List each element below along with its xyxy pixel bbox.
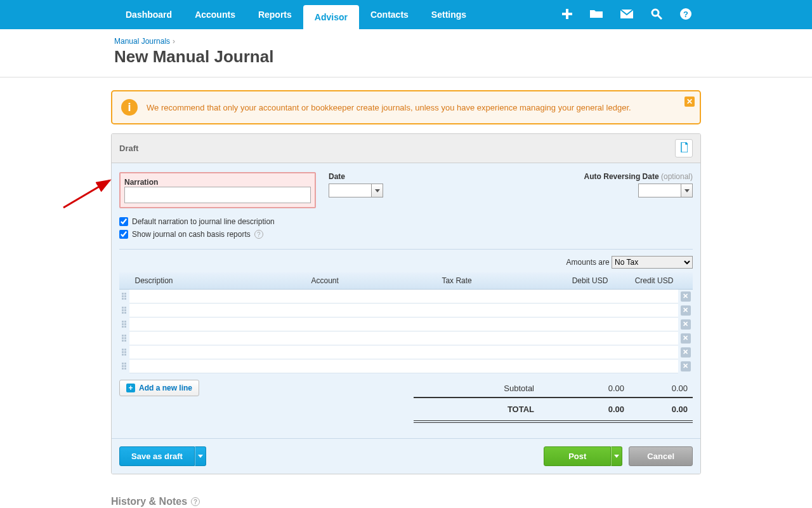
info-alert: i We recommend that only your accountant… — [111, 90, 701, 124]
nav-accounts[interactable]: Accounts — [183, 0, 247, 29]
nav-dashboard[interactable]: Dashboard — [114, 0, 183, 29]
plus-icon: + — [126, 384, 135, 392]
nav-contacts[interactable]: Contacts — [359, 0, 420, 29]
show-cash-label: Show journal on cash basis reports — [132, 230, 251, 239]
svg-line-8 — [63, 180, 110, 208]
top-nav: Dashboard Accounts Reports Advisor Conta… — [0, 0, 812, 29]
col-tax-rate: Tax Rate — [436, 272, 541, 290]
narration-label: Narration — [124, 178, 158, 187]
svg-line-4 — [658, 15, 662, 19]
table-row[interactable]: ✕ — [119, 331, 693, 345]
svg-text:?: ? — [683, 10, 688, 19]
drag-handle-icon[interactable] — [122, 307, 128, 314]
annotation-arrow — [60, 173, 117, 211]
total-credit: 0.00 — [629, 404, 693, 414]
post-dropdown[interactable] — [611, 446, 622, 466]
plus-icon[interactable] — [562, 9, 572, 21]
search-icon[interactable] — [651, 8, 662, 22]
total-debit: 0.00 — [566, 404, 629, 414]
default-narration-label: Default narration to journal line descri… — [132, 217, 275, 226]
table-row[interactable]: ✕ — [119, 359, 693, 373]
delete-row-button[interactable]: ✕ — [681, 333, 691, 344]
delete-row-button[interactable]: ✕ — [681, 361, 691, 371]
save-draft-button[interactable]: Save as draft — [119, 446, 195, 466]
subtotal-label: Subtotal — [414, 384, 566, 393]
journal-panel: Draft Narration Date — [111, 133, 701, 474]
col-credit: Credit USD — [613, 272, 678, 290]
svg-point-3 — [652, 10, 658, 16]
nav-advisor[interactable]: Advisor — [303, 5, 359, 29]
narration-field-highlight: Narration — [119, 172, 316, 208]
breadcrumb: Manual Journals› — [114, 37, 698, 46]
alert-close-button[interactable]: ✕ — [684, 97, 695, 107]
page-header: Manual Journals› New Manual Journal — [0, 29, 812, 77]
add-line-button[interactable]: + Add a new line — [119, 380, 199, 396]
default-narration-checkbox[interactable] — [119, 217, 128, 226]
auto-reverse-dropdown-button[interactable] — [681, 184, 693, 197]
help-icon[interactable]: ? — [191, 497, 200, 506]
drag-handle-icon[interactable] — [122, 321, 128, 328]
page-title: New Manual Journal — [114, 47, 698, 67]
delete-row-button[interactable]: ✕ — [681, 305, 691, 316]
narration-input[interactable] — [124, 187, 311, 203]
journal-lines-table: Description Account Tax Rate Debit USD C… — [119, 272, 693, 373]
status-label: Draft — [119, 144, 138, 153]
delete-row-button[interactable]: ✕ — [681, 347, 691, 358]
total-label: TOTAL — [414, 404, 566, 414]
breadcrumb-link[interactable]: Manual Journals — [114, 37, 170, 46]
svg-rect-1 — [562, 13, 572, 15]
delete-row-button[interactable]: ✕ — [681, 319, 691, 330]
amounts-are-label: Amounts are — [566, 258, 610, 267]
nav-settings[interactable]: Settings — [420, 0, 478, 29]
date-input[interactable] — [329, 184, 372, 197]
info-icon: i — [121, 99, 138, 116]
history-heading: History & Notes ? — [111, 496, 701, 507]
table-row[interactable]: ✕ — [119, 290, 693, 304]
drag-handle-icon[interactable] — [122, 363, 128, 370]
auto-reverse-input[interactable] — [638, 184, 681, 197]
cancel-button[interactable]: Cancel — [629, 446, 693, 466]
date-label: Date — [329, 172, 383, 181]
delete-row-button[interactable]: ✕ — [681, 291, 691, 302]
drag-handle-icon[interactable] — [122, 293, 128, 300]
folder-icon[interactable] — [590, 9, 603, 21]
col-account: Account — [306, 272, 436, 290]
show-cash-checkbox[interactable] — [119, 230, 128, 239]
help-icon[interactable]: ? — [680, 8, 691, 22]
save-draft-dropdown[interactable] — [195, 446, 206, 466]
table-row[interactable]: ✕ — [119, 304, 693, 318]
mail-icon[interactable] — [620, 10, 633, 20]
col-description: Description — [129, 272, 306, 290]
date-dropdown-button[interactable] — [372, 184, 383, 197]
alert-message: We recommend that only your accountant o… — [147, 103, 631, 112]
nav-reports[interactable]: Reports — [247, 0, 303, 29]
help-icon[interactable]: ? — [254, 230, 263, 239]
auto-reverse-label: Auto Reversing Date (optional) — [584, 172, 693, 181]
post-button[interactable]: Post — [544, 446, 611, 466]
subtotal-credit: 0.00 — [629, 384, 693, 393]
attach-file-button[interactable] — [675, 139, 693, 157]
table-row[interactable]: ✕ — [119, 318, 693, 331]
drag-handle-icon[interactable] — [122, 335, 128, 342]
table-row[interactable]: ✕ — [119, 345, 693, 359]
subtotal-debit: 0.00 — [566, 384, 629, 393]
drag-handle-icon[interactable] — [122, 349, 128, 356]
tax-select[interactable]: No Tax — [612, 256, 693, 269]
col-debit: Debit USD — [541, 272, 613, 290]
